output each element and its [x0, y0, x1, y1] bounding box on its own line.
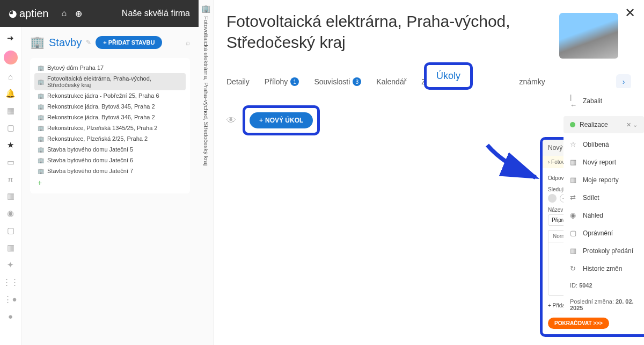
- eye-icon[interactable]: 👁: [226, 115, 236, 126]
- lock-icon: ▢: [570, 229, 579, 237]
- pencil-icon[interactable]: ✎: [86, 39, 91, 46]
- library-icon[interactable]: ▥: [7, 243, 14, 253]
- building-icon: 🏢: [30, 35, 45, 49]
- rp-permissions[interactable]: ▢Oprávnění: [564, 224, 644, 242]
- tab-souvislosti[interactable]: Souvislosti3: [314, 77, 361, 86]
- rp-collapse[interactable]: |←Zabalit: [564, 88, 644, 114]
- tab-ukoly-highlight: Úkoly: [424, 62, 473, 90]
- rp-history[interactable]: ↻Historie změn: [564, 260, 644, 277]
- report-icon: ▥: [570, 158, 579, 166]
- share-icon: ⇄: [570, 193, 579, 202]
- hero-image[interactable]: [559, 13, 618, 59]
- vertical-tab-text: Fotovoltaická elektrárna, Praha-východ, …: [203, 16, 209, 166]
- close-icon[interactable]: ✕: [625, 5, 635, 20]
- home-icon[interactable]: ⌂: [62, 9, 67, 19]
- group-icon[interactable]: ⋮●: [4, 294, 17, 304]
- rp-new-report[interactable]: ▥Nový report: [564, 153, 644, 171]
- building-small-icon: 🏢: [38, 147, 44, 153]
- tab-prilohy[interactable]: Přílohy1: [265, 77, 299, 86]
- prilohy-badge: 1: [290, 77, 299, 86]
- vertical-breadcrumb-tab[interactable]: 🏢 Fotovoltaická elektrárna, Praha-východ…: [199, 0, 214, 345]
- rp-status[interactable]: Realizace✕ ⌄: [564, 116, 644, 133]
- person2-icon[interactable]: ●: [8, 312, 13, 321]
- rp-protocols[interactable]: ▥Protokoly předání: [564, 242, 644, 260]
- souvislosti-badge: 3: [353, 77, 361, 86]
- reports-icon: ▥: [570, 176, 579, 184]
- star-outline-icon: ☆: [570, 140, 579, 148]
- list-item[interactable]: 🏢Rekonstrukce, Plzeňská 2/25, Praha 2: [34, 133, 186, 144]
- grid-icon[interactable]: ⋮⋮: [3, 277, 19, 287]
- person-icon[interactable]: ◉: [7, 209, 14, 218]
- rp-favorite[interactable]: ☆Oblíbená: [564, 135, 644, 153]
- calendar-icon[interactable]: ▦: [7, 106, 14, 116]
- tab-ukoly[interactable]: Úkoly: [436, 70, 460, 81]
- add-stavba-button[interactable]: + PŘIDAT STAVBU: [96, 36, 162, 49]
- tab-kalendar[interactable]: Kalendář: [376, 77, 406, 86]
- add-list-item-button[interactable]: +: [34, 176, 186, 189]
- list-item[interactable]: 🏢Rekonstrukce jádra - Pobřežní 25, Praha…: [34, 90, 186, 101]
- history-icon: ↻: [570, 264, 579, 272]
- building-small-icon: 🏢: [38, 157, 44, 163]
- doc-icon[interactable]: ▭: [7, 157, 14, 167]
- bell-icon[interactable]: 🔔: [5, 89, 16, 98]
- list-item[interactable]: 🏢Rekonstrukce, Plzeňská 1345/25, Praha 2: [34, 123, 186, 133]
- chart-icon[interactable]: ▥: [7, 191, 14, 201]
- new-task-button[interactable]: +NOVÝ ÚKOL: [250, 112, 313, 128]
- clipboard-icon[interactable]: ▢: [7, 123, 14, 133]
- detail-tabs: Detaily Přílohy1 Souvislosti3 Kalendář Z…: [226, 74, 631, 89]
- continue-button[interactable]: POKRAČOVAT >>>: [548, 318, 609, 329]
- rp-share[interactable]: ⇄Sdílet: [564, 189, 644, 206]
- rp-last-change: Poslední změna: 20. 02. 2025: [564, 293, 644, 316]
- tab-detaily[interactable]: Detaily: [226, 77, 250, 86]
- stavby-list: 🏢Bytový dům Praha 17 🏢Fotovoltaická elek…: [30, 58, 190, 193]
- building-small-icon: 🏢: [38, 125, 44, 131]
- building-small-icon: 🏢: [38, 79, 44, 85]
- brand-logo[interactable]: ◕ aptien: [9, 8, 49, 20]
- sidebar-section-title[interactable]: Stavby: [49, 37, 82, 49]
- building-small-icon: 🏢: [38, 136, 44, 142]
- protocol-icon: ▥: [570, 247, 579, 255]
- list-item[interactable]: 🏢Fotovoltaická elektrárna, Praha-východ,…: [34, 73, 186, 90]
- enter-icon[interactable]: ➜: [7, 33, 14, 43]
- tab-znamky[interactable]: známky: [519, 77, 545, 86]
- status-dot-icon: [570, 122, 575, 127]
- pin-icon[interactable]: π: [8, 175, 13, 184]
- search-icon[interactable]: ⌕: [186, 38, 190, 47]
- status-clear-icon[interactable]: ✕ ⌄: [626, 121, 638, 128]
- box-icon[interactable]: ▢: [7, 226, 14, 235]
- add-icon[interactable]: ⊕: [75, 9, 82, 19]
- graph-icon[interactable]: ✦: [7, 260, 14, 270]
- list-item[interactable]: 🏢Stavba bytového domu Jateční 7: [34, 166, 186, 176]
- right-panel: |←Zabalit Realizace✕ ⌄ ☆Oblíbená ▥Nový r…: [564, 88, 644, 316]
- building-small-icon: 🏢: [38, 65, 44, 71]
- tab-more-icon[interactable]: ›: [616, 74, 631, 89]
- rp-id: ID: 5042: [564, 277, 644, 293]
- user-avatar-icon[interactable]: [4, 51, 18, 64]
- list-item[interactable]: 🏢Rekonstrukce jádra, Bytová 346, Praha 2: [34, 112, 186, 123]
- company-title: Naše skvělá firma: [122, 9, 190, 18]
- rp-preview[interactable]: ◉Náhled: [564, 206, 644, 224]
- annotation-arrow-icon: [482, 142, 546, 191]
- building-small-icon: 🏢: [38, 168, 44, 174]
- building-small-icon: 🏢: [38, 104, 44, 110]
- building-small-icon: 🏢: [38, 93, 44, 99]
- list-item[interactable]: 🏢Stavba bytového domu Jateční 6: [34, 155, 186, 166]
- topbar: ◕ aptien ⌂ ⊕ Naše skvělá firma: [0, 0, 199, 27]
- new-task-highlight: +NOVÝ ÚKOL: [243, 105, 320, 135]
- brand-text: aptien: [19, 8, 49, 20]
- building-tab-icon: 🏢: [201, 4, 210, 13]
- icon-rail: ➜ ⌂ 🔔 ▦ ▢ ★ ▭ π ▥ ◉ ▢ ▥ ✦ ⋮⋮ ⋮● ●: [0, 27, 21, 345]
- list-item[interactable]: 🏢Stavba bytového domu Jateční 5: [34, 144, 186, 155]
- building-small-icon: 🏢: [38, 114, 44, 120]
- page-title: Fotovoltaická elektrárna, Praha-východ, …: [226, 11, 538, 53]
- plus-icon: +: [259, 117, 263, 124]
- collapse-icon: |←: [570, 93, 579, 109]
- list-item[interactable]: 🏢Rekonstrukce jádra, Bytová 345, Praha 2: [34, 101, 186, 112]
- star-icon[interactable]: ★: [7, 140, 14, 150]
- home-rail-icon[interactable]: ⌂: [8, 72, 13, 81]
- brand-icon: ◕: [9, 8, 17, 19]
- rp-my-reports[interactable]: ▥Moje reporty: [564, 171, 644, 189]
- sidebar: 🏢 Stavby ✎ + PŘIDAT STAVBU ⌕ 🏢Bytový dům…: [21, 27, 199, 345]
- preview-icon: ◉: [570, 211, 579, 219]
- list-item[interactable]: 🏢Bytový dům Praha 17: [34, 62, 186, 73]
